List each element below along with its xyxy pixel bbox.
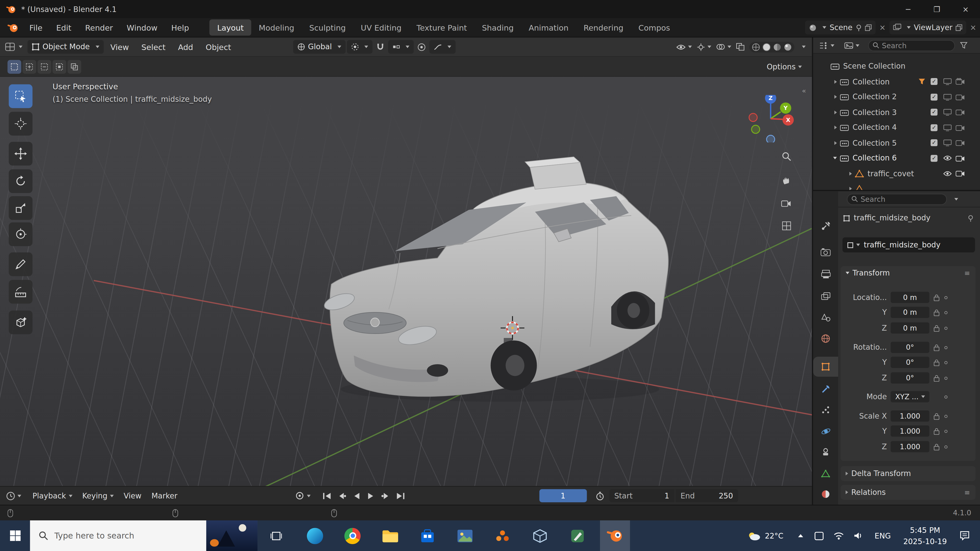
collection-checkbox[interactable]: ✓ — [931, 124, 938, 131]
proportional-falloff-selector[interactable] — [430, 40, 456, 54]
properties-search-input[interactable] — [861, 195, 929, 203]
relations-panel[interactable]: Relations ≡ — [841, 485, 976, 500]
expand-icon[interactable] — [834, 110, 837, 114]
maximize-button[interactable]: ❐ — [923, 0, 951, 18]
outliner-row-partial[interactable] — [813, 181, 980, 190]
file-explorer-icon[interactable] — [375, 520, 405, 551]
disable-render-camera-icon[interactable] — [956, 170, 965, 177]
delta-transform-panel[interactable]: Delta Transform — [841, 466, 976, 481]
workspace-tab-animation[interactable]: Animation — [521, 19, 576, 36]
xray-toggle-icon[interactable] — [736, 43, 745, 51]
viewport-menu-add[interactable]: Add — [172, 42, 199, 52]
breadcrumb-object-name[interactable]: traffic_midsize_body — [854, 214, 931, 222]
blender-app-menu-icon[interactable] — [7, 23, 19, 32]
workspace-tab-layout[interactable]: Layout — [210, 19, 251, 36]
editor-type-icon[interactable] — [5, 43, 15, 51]
photos-app-icon[interactable] — [450, 520, 480, 551]
outliner-row-collection-1[interactable]: Collection ✓ — [813, 74, 980, 89]
taskbar-search-input[interactable] — [54, 531, 192, 540]
viewport-menu-object[interactable]: Object — [200, 42, 237, 52]
scale-x-field[interactable]: 1.000 — [891, 410, 929, 422]
tablet-device-icon[interactable] — [815, 531, 824, 540]
select-mode-subtract[interactable] — [38, 60, 51, 73]
menu-window[interactable]: Window — [120, 18, 164, 37]
outliner-row-collection-3[interactable]: Collection 3 ✓ — [813, 105, 980, 120]
expand-icon[interactable] — [834, 125, 837, 129]
viewport-menu-select[interactable]: Select — [136, 42, 171, 52]
lock-icon[interactable] — [934, 375, 939, 381]
disable-render-camera-icon[interactable] — [956, 124, 965, 131]
tab-render-properties[interactable] — [813, 242, 838, 262]
animate-dot[interactable] — [944, 445, 947, 448]
location-y-field[interactable]: 0 m — [891, 306, 929, 318]
weather-temp[interactable]: 22°C — [765, 531, 783, 540]
zoom-tool-icon[interactable] — [781, 151, 791, 161]
marker-menu[interactable]: Marker — [146, 491, 183, 500]
remove-view-layer-icon[interactable]: × — [970, 23, 977, 32]
pan-hand-icon[interactable] — [781, 175, 791, 185]
search-highlight-image[interactable] — [206, 520, 258, 551]
disable-render-camera-icon[interactable] — [956, 109, 965, 116]
animate-dot[interactable] — [944, 346, 947, 349]
tool-annotate[interactable] — [9, 252, 32, 276]
tab-modifier-properties[interactable] — [813, 379, 838, 399]
select-mode-extend[interactable] — [22, 60, 36, 73]
menu-help[interactable]: Help — [164, 18, 196, 37]
outliner-row-collection-6[interactable]: Collection 6 ✓ — [813, 151, 980, 165]
lock-icon[interactable] — [934, 443, 939, 450]
outliner-search-input[interactable] — [882, 41, 951, 49]
snap-toggle-icon[interactable] — [374, 43, 387, 51]
workspace-tab-rendering[interactable]: Rendering — [576, 19, 631, 36]
select-mode-set[interactable] — [7, 60, 21, 73]
collapse-icon[interactable] — [833, 157, 837, 159]
proportional-editing-icon[interactable] — [415, 43, 428, 51]
network-icon[interactable] — [834, 532, 844, 540]
paint-app-icon[interactable] — [563, 520, 593, 551]
animate-dot[interactable] — [944, 296, 947, 299]
collection-checkbox[interactable]: ✓ — [931, 139, 938, 146]
tray-expand-chevron-icon[interactable] — [798, 534, 803, 537]
outliner-row-collection-4[interactable]: Collection 4 ✓ — [813, 120, 980, 135]
tab-view-layer-properties[interactable] — [813, 286, 838, 306]
play-button[interactable] — [367, 492, 375, 499]
disable-viewport-icon[interactable] — [943, 78, 952, 85]
previous-keyframe-button[interactable] — [337, 492, 346, 499]
rotation-mode-dropdown[interactable]: XYZ ... — [891, 391, 929, 402]
pin-icon[interactable] — [856, 24, 862, 31]
sidebar-collapse-arrow[interactable]: « — [802, 87, 806, 95]
properties-search[interactable] — [847, 193, 947, 205]
store-icon[interactable] — [412, 520, 442, 551]
tab-data-properties[interactable] — [813, 464, 838, 483]
tab-physics-properties[interactable] — [813, 421, 838, 441]
tab-material-properties[interactable] — [813, 484, 838, 504]
gizmos-selector[interactable] — [697, 43, 711, 51]
menu-edit[interactable]: Edit — [49, 18, 78, 37]
minimize-button[interactable]: ─ — [894, 0, 923, 18]
lock-icon[interactable] — [934, 359, 939, 366]
view-layer-selector[interactable]: ViewLayer — [889, 21, 966, 35]
rotation-y-field[interactable]: 0° — [891, 357, 929, 368]
tool-add-cube[interactable] — [9, 310, 32, 334]
tool-move[interactable] — [9, 142, 32, 165]
collection-checkbox[interactable]: ✓ — [931, 155, 938, 162]
jump-to-end-button[interactable] — [396, 492, 405, 499]
disable-render-camera-icon[interactable] — [956, 78, 965, 85]
volume-icon[interactable] — [854, 532, 863, 540]
animate-dot[interactable] — [944, 311, 947, 314]
outliner-row-traffic-covet[interactable]: traffic_covet — [813, 166, 980, 181]
lock-icon[interactable] — [934, 324, 939, 331]
disable-viewport-icon[interactable] — [943, 124, 952, 131]
taskbar-search[interactable] — [30, 520, 258, 551]
chrome-icon[interactable] — [337, 520, 368, 551]
outliner-row-scene-collection[interactable]: Scene Collection — [813, 59, 980, 74]
expand-icon[interactable] — [850, 187, 852, 190]
tool-cursor[interactable] — [9, 112, 32, 135]
tab-tool-properties[interactable] — [813, 216, 838, 235]
navigation-gizmo[interactable]: Z Y X — [747, 95, 794, 142]
start-button[interactable] — [0, 520, 30, 551]
panel-menu-icon[interactable]: ≡ — [964, 269, 970, 277]
scale-z-field[interactable]: 1.000 — [891, 441, 929, 452]
transform-orientation-selector[interactable]: Global — [293, 40, 345, 54]
preview-range-clock-icon[interactable] — [595, 491, 604, 500]
pin-id-icon[interactable] — [967, 214, 974, 221]
